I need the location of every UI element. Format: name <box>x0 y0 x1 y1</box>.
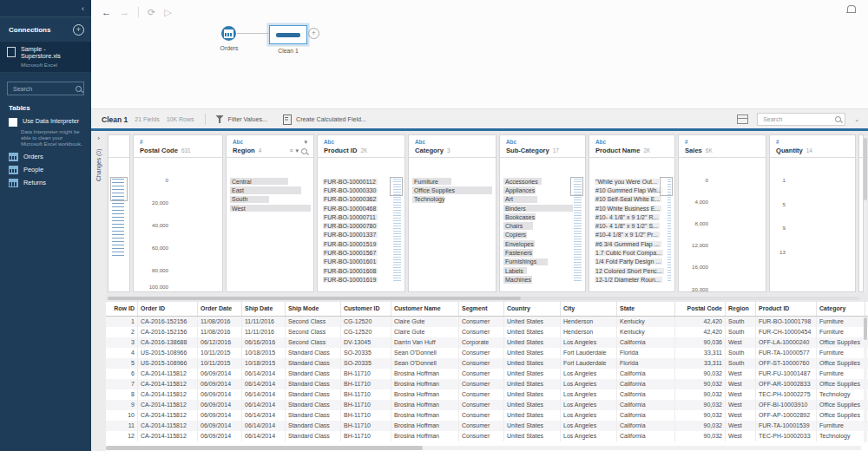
table-cell[interactable]: 06/09/2014 <box>198 410 242 421</box>
table-cell[interactable]: West <box>726 369 756 379</box>
table-cell[interactable]: South <box>726 358 756 369</box>
value-row[interactable]: FUR-BO-10001619 <box>318 275 404 284</box>
histogram-row[interactable]: 16,000 <box>679 265 766 270</box>
profile-card-region[interactable]: Abc ▾ Region 4 ≡ ▾ <box>226 134 314 292</box>
table-row[interactable]: 1CA-2016-15215611/08/201611/11/2016Secon… <box>106 317 868 327</box>
table-cell[interactable]: United States <box>504 379 561 389</box>
table-cell[interactable]: CA-2014-115812 <box>138 431 198 441</box>
value-label[interactable]: East <box>232 187 244 193</box>
value-row[interactable]: Office Supplies <box>409 186 496 194</box>
value-label[interactable]: FUR-BO-10001519 <box>323 241 378 247</box>
value-label[interactable]: FUR-BO-10000711 <box>323 214 378 220</box>
table-cell[interactable]: 11/08/2016 <box>198 317 242 327</box>
histogram-row[interactable] <box>770 212 855 219</box>
table-cell[interactable]: South <box>726 348 756 358</box>
profile-card-sub-category[interactable]: Abc Sub-Category 17 Accessories <box>499 134 586 292</box>
table-cell[interactable]: Florida <box>617 358 675 369</box>
value-row[interactable]: FUR-BO-10001608 <box>318 266 404 275</box>
table-cell[interactable]: 06/14/2014 <box>242 431 286 441</box>
table-cell[interactable]: BH-11710 <box>341 379 391 389</box>
field-title[interactable]: Product Name <box>595 147 640 154</box>
table-cell[interactable]: 06/14/2014 <box>242 421 286 431</box>
table-cell[interactable]: Standard Class <box>286 379 341 389</box>
profile-card-quantity[interactable]: # Quantity 14 1 <box>769 134 856 292</box>
value-row[interactable]: FUR-BO-10001601 <box>318 258 404 266</box>
fields-search[interactable] <box>757 113 845 126</box>
table-cell[interactable]: Office Supplies <box>817 337 865 348</box>
table-cell[interactable]: 06/12/2016 <box>198 337 242 348</box>
table-cell[interactable]: Consumer <box>459 431 504 441</box>
value-row[interactable]: 12-1/2 Diameter Roun... <box>589 275 674 284</box>
value-label[interactable]: Technology <box>414 196 444 202</box>
histogram-row[interactable]: 13 <box>770 249 855 255</box>
table-cell[interactable]: California <box>617 421 675 431</box>
value-row[interactable]: FUR-BO-10001337 <box>318 231 404 239</box>
value-label[interactable]: FUR-BO-10000330 <box>323 187 378 193</box>
value-row[interactable]: Labels <box>500 266 585 275</box>
table-cell[interactable]: Fort Lauderdale <box>561 348 617 358</box>
column-header[interactable]: Order ID <box>138 302 198 316</box>
table-cell[interactable]: CA-2014-115812 <box>138 379 198 389</box>
value-row[interactable]: Technology <box>409 195 496 204</box>
table-cell[interactable]: Fort Lauderdale <box>561 358 617 369</box>
table-cell[interactable]: Consumer <box>459 389 504 400</box>
value-row[interactable]: South <box>227 195 313 204</box>
value-row[interactable]: #10- 4 1/8" x 9 1/2" R... <box>589 212 674 221</box>
table-cell[interactable]: DV-13045 <box>341 337 391 348</box>
value-row[interactable]: Copiers <box>500 231 585 239</box>
column-header[interactable]: Ship Date <box>242 302 286 316</box>
value-label[interactable]: West <box>232 206 246 212</box>
table-cell[interactable]: 33,311 <box>675 348 726 358</box>
table-cell[interactable]: West <box>726 421 756 431</box>
profile-card-postal-code[interactable]: # Postal Code 631 0 <box>133 134 223 292</box>
value-label[interactable]: Furnishings <box>505 258 536 265</box>
table-cell[interactable]: United States <box>504 348 561 358</box>
column-header[interactable]: Product ID <box>756 302 817 316</box>
table-cell[interactable]: United States <box>504 421 561 431</box>
field-title[interactable]: Quantity <box>776 147 803 154</box>
histogram-row[interactable] <box>770 189 855 195</box>
table-cell[interactable]: 11 <box>106 421 138 431</box>
table-cell[interactable]: 06/09/2014 <box>198 400 242 410</box>
value-row[interactable]: 1/4 Fold Party Design ... <box>589 258 674 266</box>
table-row[interactable]: 3CA-2016-13868806/12/201606/16/2016Secon… <box>106 337 868 348</box>
create-calculated-field-button[interactable]: Create Calculated Field... <box>283 114 366 125</box>
table-cell[interactable]: CA-2014-115812 <box>138 421 198 431</box>
table-cell[interactable]: Standard Class <box>286 421 341 431</box>
table-cell[interactable]: 5 <box>106 358 138 369</box>
table-cell[interactable]: CG-12520 <box>341 327 391 337</box>
table-cell[interactable]: 06/09/2014 <box>198 431 242 441</box>
table-cell[interactable]: 11/11/2016 <box>242 327 286 337</box>
table-cell[interactable]: 90,032 <box>675 379 726 389</box>
sort-icon[interactable]: ≡ <box>289 148 293 154</box>
value-row[interactable]: #10 Self-Seal White E... <box>589 195 674 204</box>
field-title[interactable]: Sales <box>685 147 702 154</box>
table-cell[interactable]: South <box>726 317 756 327</box>
table-cell[interactable]: Furniture <box>817 369 865 379</box>
value-label[interactable]: #6 3/4 Gummed Flap ... <box>595 241 661 247</box>
table-row[interactable]: 6CA-2014-11581206/09/201406/14/2014Stand… <box>106 369 868 379</box>
value-row[interactable]: Furniture <box>409 177 496 186</box>
value-label[interactable]: FUR-BO-10000112 <box>323 179 378 185</box>
value-row[interactable]: #10 White Business E... <box>589 204 674 212</box>
filter-values-button[interactable]: Filter Values... <box>216 115 267 123</box>
collapse-sidebar-icon[interactable]: ‹ <box>82 4 84 13</box>
table-row[interactable]: 12CA-2014-11581206/09/201406/14/2014Stan… <box>106 431 868 441</box>
table-cell[interactable]: United States <box>504 431 561 441</box>
table-cell[interactable]: United States <box>504 337 561 348</box>
table-cell[interactable]: Second Class <box>286 327 341 337</box>
table-cell[interactable]: Claire Gute <box>391 317 459 327</box>
histogram-row[interactable] <box>770 231 855 237</box>
value-label[interactable]: Copiers <box>505 232 526 238</box>
table-cell[interactable]: OFF-AR-10002833 <box>756 379 817 389</box>
value-row[interactable]: East <box>227 186 313 194</box>
value-row[interactable]: Furnishings <box>500 258 585 266</box>
value-label[interactable]: FUR-BO-10001567 <box>323 250 378 256</box>
table-cell[interactable]: Consumer <box>459 369 504 379</box>
value-row[interactable]: FUR-BO-10001519 <box>318 239 404 248</box>
table-cell[interactable]: Claire Gute <box>391 327 459 337</box>
table-cell[interactable]: Office Supplies <box>817 400 865 410</box>
histogram-row[interactable]: 12,000 <box>679 243 766 248</box>
text-type-icon[interactable]: Abc <box>415 139 425 145</box>
value-row[interactable]: #10- 4 1/8" x 9 1/2" S... <box>589 221 674 230</box>
